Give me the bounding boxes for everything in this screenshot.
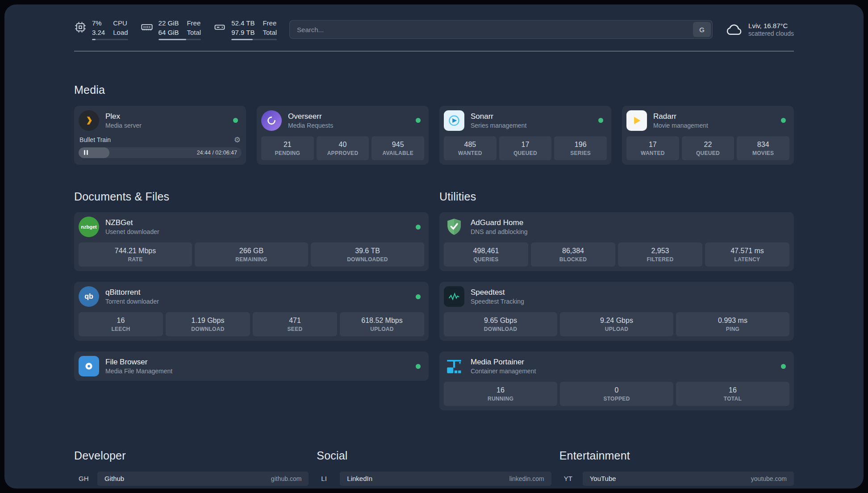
service-description: Movie management — [653, 122, 708, 129]
stat-label: SEED — [255, 326, 335, 332]
disk-widget: 52.4 TB Free 97.9 TB Total — [213, 19, 277, 40]
search-input[interactable] — [290, 21, 692, 38]
bookmark-linkedin[interactable]: LI LinkedIn linkedin.com — [317, 472, 551, 486]
bookmark-github[interactable]: GH Github github.com — [74, 472, 309, 486]
stat-label: LEECH — [80, 326, 161, 332]
stat-value: 0 — [562, 386, 672, 394]
service-card-plex[interactable]: Plex Media server Bullet Train ⚙ — [74, 106, 246, 165]
service-description: Series management — [471, 122, 526, 129]
dashboard: 7% CPU 3.24 Load — [4, 4, 864, 489]
status-dot — [416, 225, 421, 230]
stat-queued: 17 QUEUED — [499, 136, 552, 160]
stat-label: TOTAL — [678, 396, 788, 402]
stat-label: UPLOAD — [562, 326, 672, 332]
service-card-overseerr[interactable]: Overseerr Media Requests 21 PENDING 40 A… — [257, 106, 429, 165]
stat-label: BLOCKED — [533, 256, 613, 263]
cpu-percent: 7% — [92, 19, 105, 28]
sonarr-icon — [444, 110, 464, 131]
bookmark-abbr: LI — [317, 475, 340, 482]
stat-label: DOWNLOAD — [167, 326, 248, 332]
service-name: File Browser — [105, 358, 172, 367]
stat-value: 16 — [446, 386, 555, 394]
stat-value: 9.65 Gbps — [446, 317, 555, 325]
service-description: Speedtest Tracking — [471, 298, 524, 305]
cpu-progress-track — [92, 39, 128, 40]
stat-downloaded: 39.6 TB DOWNLOADED — [311, 242, 424, 267]
stat-value: 22 — [684, 141, 733, 149]
stat-download: 9.65 Gbps DOWNLOAD — [444, 312, 557, 336]
stat-label: MOVIES — [739, 150, 788, 156]
service-description: Media Requests — [288, 122, 333, 129]
disk-label-2: Total — [263, 28, 277, 37]
status-dot — [233, 118, 238, 123]
stat-value: 40 — [318, 141, 367, 149]
service-card-radarr[interactable]: Radarr Movie management 17 WANTED 22 QUE… — [622, 106, 794, 165]
disk-total: 97.9 TB — [231, 28, 255, 37]
disk-free: 52.4 TB — [231, 19, 255, 28]
search-provider-button[interactable]: G — [693, 22, 711, 37]
service-card-portainer[interactable]: Media Portainer Container management 16 … — [439, 351, 794, 410]
stat-label: QUEUED — [684, 150, 733, 156]
weather-location: Lviv, 16.87°C — [748, 22, 794, 29]
section-title-utilities: Utilities — [439, 190, 794, 203]
section-title-developer: Developer — [74, 449, 309, 462]
weather-widget[interactable]: Lviv, 16.87°C scattered clouds — [725, 21, 794, 38]
stat-value: 86,384 — [533, 247, 613, 255]
service-card-filebrowser[interactable]: File Browser Media File Management — [74, 351, 429, 381]
service-card-nzbget[interactable]: nzbget NZBGet Usenet downloader 744.21 M… — [74, 212, 429, 271]
stat-label: STOPPED — [562, 396, 672, 402]
stat-total: 16 TOTAL — [676, 382, 789, 406]
stat-download: 1.19 Gbps DOWNLOAD — [166, 312, 250, 336]
section-title-documents: Documents & Files — [74, 190, 429, 203]
stat-leech: 16 LEECH — [79, 312, 163, 336]
cpu-icon — [74, 21, 87, 33]
stat-seed: 471 SEED — [253, 312, 337, 336]
service-name: AdGuard Home — [471, 218, 528, 227]
stat-running: 16 RUNNING — [444, 382, 557, 406]
service-card-speedtest[interactable]: Speedtest Speedtest Tracking 9.65 Gbps D… — [439, 282, 794, 341]
stat-value: 2,953 — [620, 247, 701, 255]
service-name: Media Portainer — [471, 358, 536, 367]
service-card-qbittorrent[interactable]: qb qBittorrent Torrent downloader 16 — [74, 282, 429, 341]
section-utilities: Utilities — [439, 181, 794, 411]
service-card-sonarr[interactable]: Sonarr Series management 485 WANTED 17 Q… — [439, 106, 611, 165]
stat-value: 17 — [501, 141, 550, 149]
stat-label: WANTED — [446, 150, 495, 156]
section-title-media: Media — [74, 84, 794, 96]
stat-approved: 40 APPROVED — [317, 136, 369, 160]
stat-remaining: 266 GB REMAINING — [195, 242, 308, 267]
playback-progress-bar[interactable]: 24:44 / 02:06:47 — [79, 147, 242, 158]
playback-time: 24:44 / 02:06:47 — [197, 147, 237, 158]
stat-available: 945 AVAILABLE — [371, 136, 424, 160]
speedtest-icon — [444, 286, 464, 307]
stat-value: 1.19 Gbps — [167, 317, 248, 325]
disk-progress-fill — [231, 39, 253, 40]
now-playing-widget: Bullet Train ⚙ 24:44 / 02:06:47 — [79, 136, 242, 158]
status-dot — [416, 364, 421, 369]
bookmark-group-developer: Developer GH Github github.com SO StackO… — [74, 440, 309, 489]
memory-widget: 22 GiB Free 64 GiB Total — [141, 19, 201, 40]
settings-gear-icon[interactable]: ⚙ — [234, 136, 241, 144]
cpu-label-2: Load — [113, 28, 128, 37]
service-card-adguard[interactable]: AdGuard Home DNS and adblocking 498,461 … — [439, 212, 794, 271]
section-title-social: Social — [317, 449, 551, 462]
cpu-widget: 7% CPU 3.24 Load — [74, 19, 128, 40]
stat-movies: 834 MOVIES — [737, 136, 789, 160]
service-description: Media server — [105, 122, 142, 129]
adguard-icon — [444, 217, 464, 237]
status-dot — [598, 118, 603, 123]
stat-label: WANTED — [628, 150, 677, 156]
cpu-progress-fill — [92, 39, 96, 40]
bookmark-youtube[interactable]: YT YouTube youtube.com — [559, 472, 794, 486]
status-dot — [416, 294, 421, 299]
stat-value: 47.571 ms — [707, 247, 788, 255]
stat-label: LATENCY — [707, 256, 788, 263]
stat-label: APPROVED — [318, 150, 367, 156]
stat-label: FILTERED — [620, 256, 701, 263]
stat-pending: 21 PENDING — [261, 136, 314, 160]
pause-icon[interactable] — [84, 150, 88, 155]
bookmark-name: Github — [104, 475, 124, 482]
stat-value: 17 — [628, 141, 677, 149]
stat-value: 498,461 — [446, 247, 526, 255]
top-bar: 7% CPU 3.24 Load — [74, 19, 794, 40]
